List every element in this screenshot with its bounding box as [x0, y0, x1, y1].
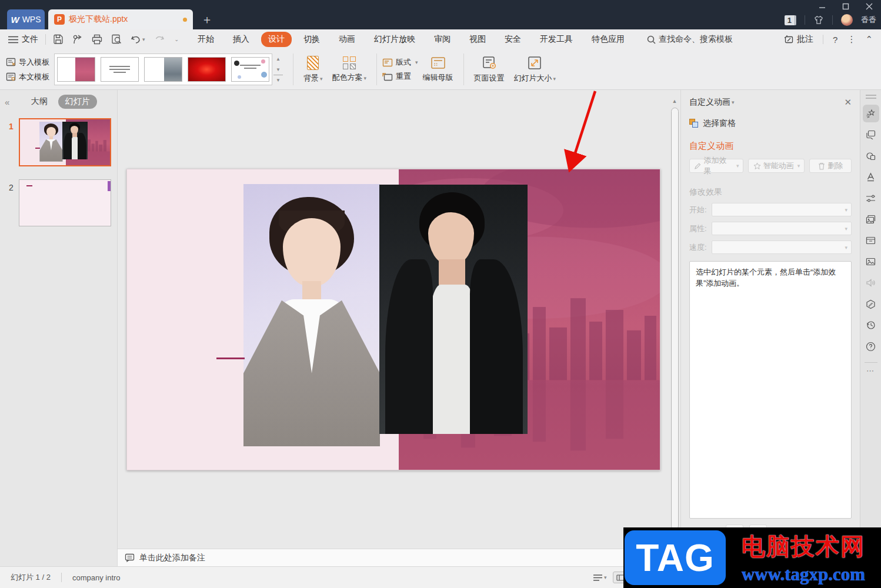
print-preview-icon[interactable] [111, 34, 122, 45]
settings-pane-icon[interactable] [863, 189, 879, 207]
menu-security[interactable]: 安全 [498, 32, 528, 47]
template-thumbnail-title-text[interactable] [101, 57, 139, 82]
page-setup-button[interactable]: 页面设置 [469, 52, 509, 87]
output-icon[interactable] [72, 34, 83, 45]
menu-special-apps[interactable]: 特色应用 [585, 32, 632, 47]
template-thumbnail-dots[interactable] [231, 57, 269, 82]
template-thumbnail-red-burst[interactable] [188, 57, 226, 82]
maximize-button[interactable] [834, 0, 857, 13]
smart-animation-button[interactable]: 智能动画 ▾ [748, 159, 805, 173]
new-tab-button[interactable]: ＋ [201, 9, 213, 29]
layout-button[interactable]: 版式▾ [382, 57, 418, 68]
tab-slides[interactable]: 幻灯片 [58, 95, 97, 109]
picture-pane-icon[interactable] [863, 253, 879, 270]
photo-man-black-jacket[interactable] [379, 185, 528, 434]
animation-pane-icon[interactable] [863, 105, 879, 122]
more-options-icon[interactable]: ⋮ [847, 34, 856, 45]
help-icon[interactable]: ? [833, 35, 837, 45]
template-thumbnail-pink-city[interactable] [57, 57, 95, 82]
slide-indicator: 幻灯片 1 / 2 [11, 572, 51, 583]
undo-icon[interactable]: ▾ [131, 35, 145, 44]
history-pane-icon[interactable] [863, 316, 879, 334]
color-scheme-button[interactable]: 配色方案▾ [328, 52, 372, 87]
gallery-expand-icon[interactable]: ▼ [273, 75, 283, 85]
slide-size-icon [528, 56, 542, 70]
menu-view[interactable]: 视图 [462, 32, 493, 47]
start-dropdown[interactable]: ▾ [712, 203, 852, 216]
minimize-button[interactable] [810, 0, 834, 13]
notes-toggle-icon[interactable]: ▾ [593, 574, 607, 582]
asset-library-icon[interactable] [863, 211, 879, 228]
menubar-right: 批注 ? ⋮ ⌃ [784, 34, 873, 45]
wps-home-tab[interactable]: W WPS [7, 9, 45, 29]
slide-canvas[interactable]: ▲ ▼ ▲ [118, 90, 680, 549]
customize-toolbar-chevron-icon[interactable]: ⌄ [175, 36, 179, 42]
menu-review[interactable]: 审阅 [427, 32, 458, 47]
slide-size-button[interactable]: 幻灯片大小▾ [509, 52, 561, 87]
scrollbar-thumb[interactable] [671, 108, 679, 530]
save-icon[interactable] [53, 34, 64, 45]
notes-bar[interactable]: 单击此处添加备注 [118, 549, 680, 566]
slide-divider-line[interactable] [216, 358, 245, 359]
template-thumbnail-gray-city[interactable] [144, 57, 182, 82]
scroll-up-icon[interactable]: ▲ [672, 98, 678, 104]
comment-pane-icon[interactable] [863, 126, 879, 143]
menu-home[interactable]: 开始 [191, 32, 221, 47]
property-dropdown[interactable]: ▾ [712, 222, 852, 235]
add-effect-button[interactable]: 添加效果 ▾ [689, 159, 743, 173]
background-button[interactable]: 背景▾ [299, 52, 328, 87]
close-button[interactable] [857, 0, 881, 13]
command-search[interactable]: 查找命令、搜索模板 [647, 34, 733, 45]
photo-man-gray-suit[interactable] [243, 184, 380, 446]
slide-editing-area[interactable] [126, 169, 660, 470]
signature-pane-icon[interactable] [863, 295, 879, 313]
file-menu-button[interactable]: 文件 [8, 34, 38, 45]
gallery-scroll-down-icon[interactable]: ▼ [273, 64, 283, 75]
print-icon[interactable] [92, 34, 102, 45]
panel-close-icon[interactable]: ✕ [844, 97, 852, 108]
tab-bar: W WPS P 极光下载站.pptx ＋ [7, 9, 213, 29]
slide-thumbnail-2[interactable] [19, 179, 111, 226]
theme-name[interactable]: company intro [72, 573, 121, 582]
menu-animation[interactable]: 动画 [332, 32, 362, 47]
collapse-panel-icon[interactable]: « [5, 97, 9, 107]
gallery-scroll-up-icon[interactable]: ▲ [273, 54, 283, 64]
tab-outline[interactable]: 大纲 [24, 95, 55, 109]
tag-logo: TAG [625, 530, 726, 585]
slide-thumbnail-1[interactable] [19, 118, 111, 166]
delete-effect-button[interactable]: 删除 [809, 159, 852, 173]
collapse-ribbon-icon[interactable]: ⌃ [865, 34, 873, 45]
menu-transition[interactable]: 切换 [296, 32, 327, 47]
menu-design[interactable]: 设计 [261, 32, 292, 47]
menu-insert[interactable]: 插入 [226, 32, 256, 47]
drag-handle-icon[interactable] [866, 95, 876, 99]
shapes-pane-icon[interactable] [863, 147, 879, 165]
reset-button[interactable]: 重置 [382, 71, 418, 82]
comment-button[interactable]: 批注 [784, 34, 813, 45]
speed-dropdown[interactable]: ▾ [712, 240, 852, 254]
archive-pane-icon[interactable] [863, 232, 879, 249]
doc-template-icon [6, 72, 16, 81]
skin-icon[interactable] [813, 15, 824, 25]
slide-thumbnail-row-1: 1 [0, 113, 117, 166]
more-panes-icon[interactable]: ⋯ [866, 366, 875, 375]
user-avatar[interactable] [841, 14, 853, 26]
wps-logo-icon: W [11, 15, 19, 25]
quick-access-toolbar: ▾ ⌄ [53, 34, 179, 45]
backup-count-badge[interactable]: 1 [785, 15, 796, 25]
help-pane-icon[interactable] [863, 338, 879, 355]
doc-template-button[interactable]: 本文模板 [6, 72, 49, 82]
document-tab[interactable]: P 极光下载站.pptx [48, 9, 193, 29]
user-name[interactable]: 香香 [861, 15, 876, 25]
property-label: 属性: [689, 223, 712, 234]
edit-master-button[interactable]: 编辑母版 [418, 52, 458, 87]
menu-devtools[interactable]: 开发工具 [533, 32, 580, 47]
wordart-pane-icon[interactable] [863, 168, 879, 186]
audio-pane-icon[interactable] [863, 274, 879, 292]
tag-watermark: TAG 电脑技术网 www.tagxp.com [623, 527, 881, 588]
selection-pane-button[interactable]: 选择窗格 [689, 118, 852, 129]
canvas-scrollbar[interactable]: ▲ ▼ ▲ [669, 90, 680, 549]
menu-slideshow[interactable]: 幻灯片放映 [367, 32, 422, 47]
import-template-button[interactable]: 导入模板 [6, 57, 49, 68]
panel-title-dropdown-icon[interactable]: ▾ [732, 99, 735, 105]
